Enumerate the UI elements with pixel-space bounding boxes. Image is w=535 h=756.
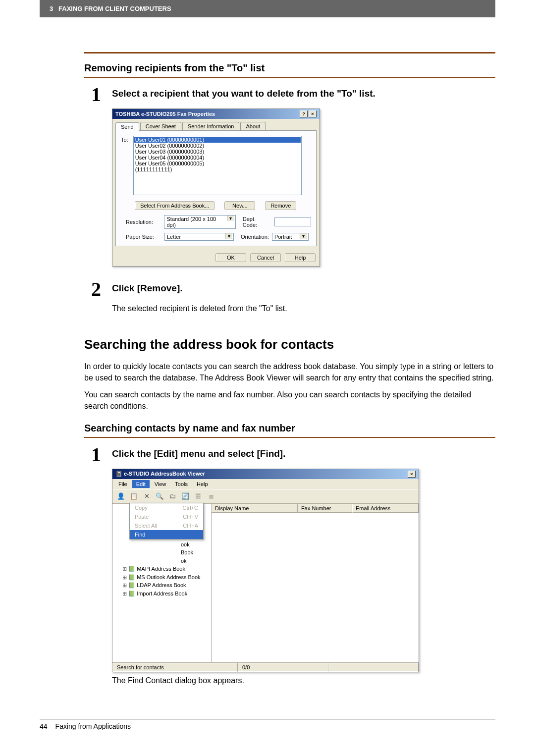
window-title: e-STUDIO AddressBook Viewer: [124, 471, 205, 477]
chapter-header: 3 FAXING FROM CLIENT COMPUTERS: [40, 0, 495, 17]
caption-text: The Find Contact dialog box appears.: [112, 675, 495, 686]
contacts-list-pane: Display Name Fax Number Email Address: [212, 504, 419, 662]
toolbar: 👤 📋 ✕ 🔍 🗂 🔄 ☰ ≣: [112, 489, 419, 504]
list-view-icon[interactable]: ☰: [193, 491, 204, 502]
menu-tools[interactable]: Tools: [171, 480, 192, 488]
tree-node[interactable]: 📗 LDAP Address Book: [116, 581, 210, 590]
menu-file[interactable]: File: [114, 480, 131, 488]
menu-view[interactable]: View: [151, 480, 170, 488]
chapter-number: 3: [50, 5, 53, 12]
address-book-tree[interactable]: ook Book ok 📗 MAPI Address Book 📗 MS Out…: [113, 540, 210, 598]
tab-panel-send: To: User User01 (00000000001) User User0…: [115, 130, 317, 246]
list-item[interactable]: (11111111111): [134, 166, 301, 172]
properties-icon[interactable]: 📋: [128, 491, 139, 502]
column-header-fax-number[interactable]: Fax Number: [298, 504, 352, 513]
help-button[interactable]: Help: [285, 253, 316, 262]
menu-item-paste[interactable]: Paste Ctrl+V: [130, 512, 203, 521]
addressbook-viewer-window: 📓 e-STUDIO AddressBook Viewer × File Edi…: [112, 469, 419, 672]
menu-item-copy[interactable]: Copy Ctrl+C: [130, 503, 203, 512]
chapter-title: FAXING FROM CLIENT COMPUTERS: [58, 5, 171, 12]
status-count: 0/0: [238, 663, 328, 672]
find-icon[interactable]: 🔍: [154, 491, 165, 502]
menu-item-label: Select All: [135, 523, 157, 529]
page-footer: 44 Faxing from Applications: [40, 719, 495, 730]
tab-sender-info[interactable]: Sender Information: [182, 122, 240, 130]
subsection-heading: Removing recipients from the "To" list: [84, 62, 495, 74]
close-button[interactable]: ×: [309, 110, 317, 117]
new-contact-icon[interactable]: 👤: [115, 491, 126, 502]
card-view-icon[interactable]: 🗂: [167, 491, 178, 502]
step-body-text: The selected recipient is deleted from t…: [112, 303, 495, 314]
dialog-title: TOSHIBA e-STUDIO205 Fax Properties: [115, 111, 215, 117]
page-number: 44: [40, 722, 48, 730]
recipients-listbox[interactable]: User User01 (00000000001) User User02 (0…: [133, 136, 302, 195]
menu-item-label: Copy: [135, 505, 148, 511]
menu-bar: File Edit View Tools Help: [112, 479, 419, 489]
divider: [84, 77, 495, 78]
edit-dropdown-menu: Copy Ctrl+C Paste Ctrl+V Select All Ctrl…: [129, 503, 204, 540]
column-header-display-name[interactable]: Display Name: [212, 504, 298, 513]
delete-icon[interactable]: ✕: [141, 491, 152, 502]
status-text: Search for contacts: [112, 663, 238, 672]
tree-node[interactable]: 📗 Import Address Book: [116, 590, 210, 598]
cancel-button[interactable]: Cancel: [250, 253, 281, 262]
detail-view-icon[interactable]: ≣: [206, 491, 216, 502]
tree-pane: Copy Ctrl+C Paste Ctrl+V Select All Ctrl…: [112, 504, 212, 662]
step-title: Select a recipient that you want to dele…: [112, 85, 375, 100]
menu-edit[interactable]: Edit: [132, 480, 150, 488]
orientation-label: Orientation:: [241, 234, 269, 240]
refresh-icon[interactable]: 🔄: [180, 491, 191, 502]
step-number: 2: [91, 279, 105, 299]
divider: [84, 52, 495, 54]
step-title: Click [Remove].: [112, 279, 183, 295]
dialog-titlebar: TOSHIBA e-STUDIO205 Fax Properties ? ×: [112, 109, 320, 119]
tab-strip: Send Cover Sheet Sender Information Abou…: [112, 119, 320, 130]
menu-item-shortcut: Ctrl+A: [183, 523, 198, 529]
new-recipient-button[interactable]: New...: [224, 201, 255, 210]
tab-send[interactable]: Send: [115, 122, 139, 131]
remove-recipient-button[interactable]: Remove: [265, 201, 296, 210]
tree-node[interactable]: 📗 MAPI Address Book: [116, 565, 210, 573]
list-item[interactable]: User User03 (00000000003): [134, 149, 301, 155]
paper-size-select[interactable]: Letter: [164, 233, 234, 241]
list-item[interactable]: User User05 (00000000005): [134, 161, 301, 166]
dept-code-label: Dept. Code:: [243, 216, 271, 228]
dept-code-input[interactable]: [274, 217, 311, 226]
orientation-select[interactable]: Portrait: [272, 233, 309, 241]
fax-properties-dialog: TOSHIBA e-STUDIO205 Fax Properties ? × S…: [112, 108, 320, 267]
help-button[interactable]: ?: [300, 110, 308, 117]
addressbook-icon: 📓: [115, 471, 122, 477]
tab-about[interactable]: About: [240, 122, 266, 130]
tree-node[interactable]: ook: [116, 540, 210, 549]
tab-cover-sheet[interactable]: Cover Sheet: [140, 122, 181, 130]
menu-item-label: Paste: [135, 514, 149, 520]
footer-title: Faxing from Applications: [55, 722, 131, 730]
window-titlebar: 📓 e-STUDIO AddressBook Viewer ×: [112, 469, 419, 479]
body-paragraph: In order to quickly locate contacts you …: [84, 361, 495, 383]
select-from-address-book-button[interactable]: Select From Address Book...: [135, 201, 214, 210]
paper-size-label: Paper Size:: [126, 234, 161, 240]
divider: [84, 437, 495, 438]
list-item[interactable]: User User04 (00000000004): [134, 155, 301, 161]
subsection-heading: Searching contacts by name and fax numbe…: [84, 423, 495, 434]
close-button[interactable]: ×: [408, 471, 416, 478]
body-paragraph: You can search contacts by the name and …: [84, 389, 495, 412]
menu-item-label: Find: [135, 532, 145, 538]
column-header-email-address[interactable]: Email Address: [352, 504, 419, 513]
status-empty: [328, 663, 419, 672]
tree-node[interactable]: 📗 MS Outlook Address Book: [116, 573, 210, 582]
menu-item-find[interactable]: Find: [130, 530, 203, 539]
menu-help[interactable]: Help: [193, 480, 212, 488]
menu-item-select-all[interactable]: Select All Ctrl+A: [130, 521, 203, 530]
section-heading: Searching the address book for contacts: [84, 337, 495, 352]
list-item[interactable]: User User02 (00000000002): [134, 143, 301, 149]
menu-item-shortcut: Ctrl+V: [183, 514, 198, 520]
ok-button[interactable]: OK: [215, 253, 246, 262]
tree-node[interactable]: Book: [116, 548, 210, 557]
menu-item-shortcut: Ctrl+C: [183, 505, 198, 511]
resolution-select[interactable]: Standard (200 x 100 dpi): [164, 215, 235, 229]
step-number: 1: [91, 85, 105, 105]
list-item[interactable]: User User01 (00000000001): [134, 137, 301, 143]
tree-node[interactable]: ok: [116, 557, 210, 565]
status-bar: Search for contacts 0/0: [112, 662, 419, 672]
